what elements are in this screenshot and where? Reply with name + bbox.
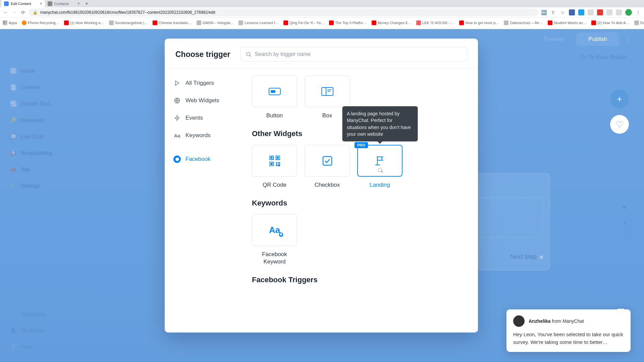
bookmark-label: Chinese translatio… [159, 21, 192, 25]
chat-message: Hey Leon, You've been selected to take o… [513, 331, 624, 346]
category-label: Facebook [185, 156, 211, 163]
bookmark-label: Datenschutz – Re… [510, 21, 543, 25]
bookmark[interactable]: LEE 'S HOUSE - … [416, 20, 454, 25]
goto-basic-link[interactable]: Go To Basic Builder [580, 54, 627, 60]
new-tab-button[interactable]: + [85, 1, 88, 7]
category-events[interactable]: Events [170, 110, 236, 126]
sidebar-label: Growth Tool… [21, 101, 55, 107]
bookmark-icon [504, 20, 508, 25]
text-icon: Aa [173, 132, 181, 139]
bookmark[interactable]: Lessons Learned f… [238, 20, 279, 25]
sidebar-item: ▫️Templates [7, 306, 74, 322]
category-label: Keywords [185, 132, 211, 139]
bookmark[interactable]: How to get more p… [459, 20, 499, 25]
bookmark[interactable]: Datenschutz – Re… [504, 20, 543, 25]
bookmark[interactable]: Download - Cooki… [634, 20, 644, 25]
triggers-content: Button Box Other Widgets [242, 69, 478, 333]
extension-icon[interactable] [569, 9, 575, 15]
bookmark-label: Sonderangebote |… [115, 21, 148, 25]
menu-icon[interactable]: ⋮ [635, 9, 641, 15]
browser-tab[interactable]: Contacts × [45, 0, 83, 7]
trigger-checkbox[interactable]: Checkbox [305, 145, 350, 189]
close-icon[interactable]: × [77, 1, 80, 6]
tabs-bar: Edit Content × Contacts × + [0, 0, 644, 7]
bookmark[interactable]: Qing Fei De Yi - Ya… [283, 20, 324, 25]
tab-favicon [4, 1, 9, 6]
sidebar-item: 💬Live Chat [7, 128, 74, 145]
tab-title: Edit Content [11, 2, 31, 6]
category-keywords[interactable]: Aa Keywords [170, 128, 236, 143]
category-facebook[interactable]: Facebook [170, 152, 236, 167]
bookmark-label: (2) How To Add A… [597, 21, 630, 25]
sidebar-label: Keywords [21, 117, 44, 123]
publish-button[interactable]: Publish [576, 33, 619, 46]
play-icon [173, 79, 181, 87]
modal-title: Choose trigger [175, 50, 230, 59]
search-input[interactable] [255, 51, 462, 57]
bookmark[interactable]: (2) How To Add A… [591, 20, 630, 25]
sidebar-item: 👤My Profile [7, 322, 74, 339]
bookmark[interactable]: Student Wants an… [548, 20, 587, 25]
browser-tab-active[interactable]: Edit Content × [1, 0, 45, 7]
bookmarks-bar: ⠿Apps Phone Recycling… (1) How Working a… [0, 17, 644, 27]
preview-button[interactable]: Preview [537, 33, 571, 45]
bookmark-icon [459, 20, 464, 25]
address-bar[interactable]: 🔒 manychat.com/fb19815020810920618/cms/f… [29, 8, 538, 16]
translate-icon[interactable]: 🔤 [541, 9, 547, 15]
bookmark-icon [548, 20, 552, 25]
close-icon[interactable]: × [40, 1, 42, 6]
svg-marker-4 [175, 116, 179, 121]
bookmark[interactable]: (1) How Working a… [64, 20, 104, 25]
tile [252, 75, 297, 107]
tile-label: Box [322, 112, 332, 119]
sidebar-item: ❔Help [7, 339, 74, 355]
bookmark[interactable]: GMSN - Vologda… [197, 20, 234, 25]
bookmark[interactable]: Sonderangebote |… [109, 20, 148, 25]
bookmark[interactable]: The Top 3 Platfor… [329, 20, 367, 25]
category-all-triggers[interactable]: All Triggers [170, 75, 236, 91]
zoom-in-icon[interactable]: + [623, 220, 627, 228]
next-step-label: Next Step [510, 253, 543, 260]
bookmark-label: (1) How Working a… [70, 21, 104, 25]
category-web-widgets[interactable]: Web Widgets [170, 93, 236, 108]
bookmark[interactable]: Phone Recycling… [22, 20, 59, 25]
bookmark-label: Money Changes E… [378, 21, 412, 25]
extension-icon[interactable] [616, 9, 622, 15]
zoom-out-icon[interactable]: − [623, 236, 627, 244]
chat-widget[interactable]: Anzhelika from ManyChat Hey Leon, You've… [506, 309, 631, 352]
svg-rect-19 [276, 164, 277, 166]
back-icon[interactable]: ← [3, 9, 9, 15]
magic-wand-icon[interactable]: ✦ [622, 203, 627, 212]
extension-icon[interactable] [606, 9, 612, 15]
search-box[interactable] [240, 47, 467, 62]
reload-icon[interactable]: ⟳ [20, 9, 26, 15]
menu-icon[interactable]: ⋮ [625, 36, 631, 43]
box-icon [320, 84, 335, 99]
bookmark[interactable]: Money Changes E… [372, 20, 412, 25]
bookmark-icon [634, 20, 639, 25]
section-title-fb-triggers: Facebook Triggers [252, 276, 468, 284]
bookmark-label: Apps [9, 21, 17, 25]
trigger-landing[interactable]: A landing page hosted by ManyChat. Perfe… [357, 145, 402, 189]
widget-icon [173, 97, 181, 104]
bookmark[interactable]: ⠿Apps [3, 20, 17, 25]
svg-rect-21 [323, 157, 332, 165]
chat-close-notch[interactable] [617, 309, 625, 313]
forward-icon[interactable]: → [11, 9, 17, 15]
bookmark[interactable]: Chinese translatio… [153, 20, 192, 25]
extension-icon[interactable] [578, 9, 584, 15]
trigger-button[interactable]: Button [252, 75, 297, 119]
trigger-fb-keyword[interactable]: Aa Facebook Keyword [252, 214, 297, 265]
extension-icon[interactable] [597, 9, 603, 15]
profile-avatar[interactable] [625, 9, 632, 16]
search-icon [246, 51, 252, 57]
favorite-fab[interactable]: ♡ [610, 115, 629, 134]
bookmark-icon [416, 20, 421, 25]
add-fab[interactable]: + [610, 89, 629, 108]
messenger-badge-icon [279, 232, 283, 237]
extension-icon[interactable] [588, 9, 594, 15]
bookmark-star-icon[interactable]: ☆ [559, 9, 566, 15]
share-icon[interactable]: ⇪ [550, 9, 556, 15]
connection-port-icon[interactable] [539, 255, 543, 259]
trigger-qrcode[interactable]: QR Code [252, 145, 297, 189]
